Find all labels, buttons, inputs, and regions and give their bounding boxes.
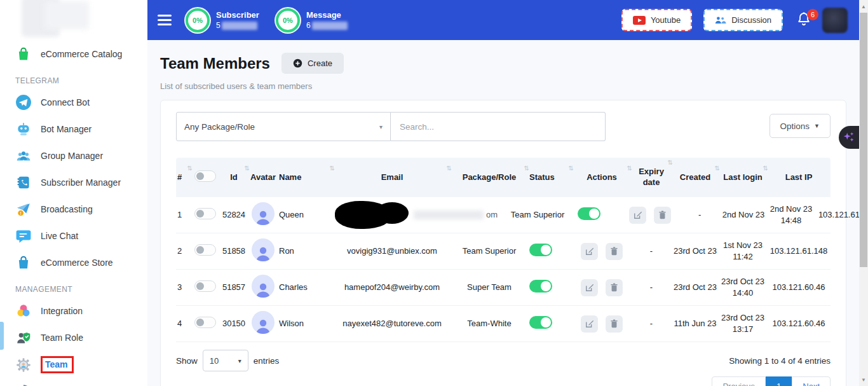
col-last-ip[interactable]: Last IP [767, 169, 831, 187]
row-select-toggle[interactable] [194, 244, 216, 256]
row-status-cell [528, 276, 573, 300]
discussion-button[interactable]: Discussion [703, 9, 783, 31]
users-group-icon [15, 148, 32, 164]
row-package-role: Super Team [451, 278, 528, 297]
row-status-cell [528, 240, 573, 263]
col-select-all [191, 167, 219, 189]
sidebar-item-transactions[interactable]: Transactions [0, 378, 147, 386]
sidebar-item-group-manager[interactable]: Group Manager [0, 142, 147, 169]
menu-toggle-icon[interactable] [158, 15, 172, 25]
telegram-icon [15, 94, 32, 111]
ai-assistant-button[interactable] [839, 126, 859, 149]
status-toggle[interactable] [529, 244, 552, 256]
pagination-next-button[interactable]: Next [792, 376, 831, 386]
sidebar-item-ecommerce-catalog[interactable]: eCommerce Catalog [0, 41, 147, 67]
sidebar-item-team[interactable]: Team [0, 351, 147, 378]
youtube-button[interactable]: Youtube [621, 9, 692, 31]
delete-button[interactable] [606, 243, 623, 260]
sidebar-item-label: eCommerce Store [41, 258, 113, 268]
search-input[interactable] [391, 112, 606, 141]
col-name[interactable]: Name⇅ [278, 169, 334, 187]
row-package-role: Team-White [451, 314, 528, 333]
options-button[interactable]: Options ▼ [770, 114, 831, 138]
row-name: Queen [278, 205, 334, 224]
status-toggle[interactable] [529, 316, 552, 329]
row-select-toggle[interactable] [194, 317, 216, 328]
row-id: 52824 [219, 205, 248, 224]
delete-button[interactable] [606, 279, 623, 296]
page-scrollbar[interactable]: ▲ ▼ [859, 0, 868, 386]
scroll-down-icon[interactable]: ▼ [859, 375, 868, 385]
clock-history-icon [15, 383, 32, 386]
redaction-blob [335, 201, 392, 229]
row-select-toggle[interactable] [194, 208, 216, 219]
sidebar-item-bot-manager[interactable]: Bot Manager [0, 116, 147, 142]
chat-bubble-icon [15, 228, 32, 244]
col-email[interactable]: Email⇅ [334, 169, 451, 187]
sidebar-item-integration[interactable]: Integration [0, 298, 147, 324]
col-package-role[interactable]: Package/Role⇅ [451, 169, 528, 187]
row-email: hamepof204@weirby.com [344, 282, 440, 292]
col-status[interactable]: Status⇅ [528, 169, 573, 187]
team-gear-icon [15, 357, 32, 373]
row-name: Ron [278, 242, 334, 261]
entries-per-page-select[interactable]: 10 ▾ [203, 350, 248, 371]
select-all-toggle[interactable] [194, 170, 216, 182]
subscriber-progress-ring: 0% [186, 8, 210, 32]
sidebar-item-broadcasting[interactable]: ! Broadcasting [0, 196, 147, 223]
create-button[interactable]: Create [281, 53, 344, 74]
package-role-select[interactable]: Any Package/Role ▾ [176, 112, 391, 141]
row-last-login: 23rd Oct 23 14:40 [719, 272, 767, 302]
col-hash[interactable]: #⇅ [176, 169, 191, 187]
sidebar-item-subscriber-manager[interactable]: Subscriber Manager [0, 169, 147, 196]
edit-button[interactable] [581, 279, 598, 296]
col-last-login[interactable]: Last login⇅ [719, 169, 767, 187]
edit-button[interactable] [581, 243, 598, 260]
scroll-up-icon[interactable]: ▲ [859, 1, 868, 11]
col-avatar[interactable]: Avatar [248, 169, 278, 187]
row-actions-cell [573, 275, 631, 300]
col-created[interactable]: Created⇅ [672, 169, 719, 187]
edit-button[interactable] [629, 207, 646, 224]
sidebar-item-live-chat[interactable]: Live Chat [0, 223, 147, 249]
row-number: 1 [176, 205, 191, 224]
pagination-page-1-button[interactable]: 1 [766, 376, 792, 386]
sidebar-item-connect-bot[interactable]: Connect Bot [0, 89, 147, 116]
col-id[interactable]: Id⇅ [219, 169, 248, 187]
delete-button[interactable] [606, 315, 623, 333]
sidebar-item-label: Connect Bot [41, 97, 90, 107]
page-subtitle: List of subscribed users & team members [160, 81, 844, 91]
status-toggle[interactable] [529, 280, 552, 293]
plus-circle-icon [293, 59, 302, 68]
notification-count-badge: 6 [807, 9, 818, 20]
sparkles-icon [842, 130, 856, 144]
row-select-cell [191, 313, 219, 335]
team-members-table: #⇅ Id⇅ Avatar Name⇅ Email⇅ Package/Role⇅… [176, 158, 831, 342]
notifications-button[interactable]: 6 [797, 11, 811, 29]
page-title: Team Members [160, 55, 270, 72]
col-actions[interactable]: Actions⇅ [573, 169, 631, 187]
row-expiry-date: - [679, 205, 720, 224]
row-number: 4 [176, 314, 191, 333]
scrollbar-thumb[interactable] [860, 13, 867, 267]
row-created: 11th Jun 23 [672, 314, 719, 333]
sidebar-item-ecommerce-store[interactable]: eCommerce Store [0, 249, 147, 276]
avatar [252, 275, 275, 298]
delete-button[interactable] [654, 207, 671, 224]
user-avatar[interactable] [822, 8, 848, 33]
row-expiry-date: - [631, 314, 672, 333]
table-row: 4 30150 Wilson nayexet482@tutoreve.com T… [176, 306, 831, 342]
row-last-ip: 103.121.61.148 [767, 242, 831, 261]
col-expiry-date[interactable]: Expiry date⇅ [631, 163, 672, 192]
row-actions-cell [573, 239, 631, 264]
row-email-cell: hamepof204@weirby.com [334, 278, 451, 297]
row-email-cell: nayexet482@tutoreve.com [334, 314, 451, 333]
edit-button[interactable] [581, 315, 598, 333]
pagination-previous-button[interactable]: Previous [712, 376, 766, 386]
sidebar-item-team-role[interactable]: Team Role [0, 324, 147, 351]
sidebar-item-label: eCommerce Catalog [41, 49, 122, 59]
row-select-toggle[interactable] [194, 280, 216, 292]
status-toggle[interactable] [578, 207, 600, 220]
row-expiry-date: - [631, 242, 672, 261]
integration-circles-icon [15, 303, 32, 319]
